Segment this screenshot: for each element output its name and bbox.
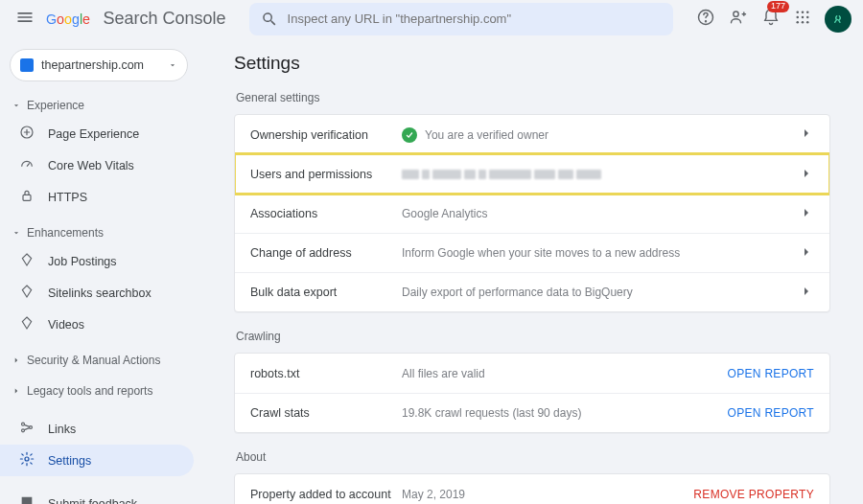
settings-row-robots[interactable]: robots.txtAll files are validOPEN REPORT	[235, 354, 829, 393]
help-icon[interactable]	[696, 8, 715, 30]
row-action-propadded[interactable]: REMOVE PROPERTY	[693, 488, 814, 501]
sidebar-item-page-experience[interactable]: Page Experience	[0, 118, 194, 149]
property-selector[interactable]: thepartnership.com	[10, 49, 188, 81]
search-icon	[261, 11, 278, 28]
hamburger-menu-icon[interactable]	[12, 4, 38, 34]
settings-row-coa[interactable]: Change of addressInform Google when your…	[235, 233, 829, 272]
sidebar: thepartnership.com ExperiencePage Experi…	[0, 37, 201, 504]
apps-grid-icon[interactable]	[794, 9, 811, 29]
url-inspect-search[interactable]	[249, 3, 673, 35]
main-content: Settings General settingsOwnership verif…	[201, 37, 863, 504]
svg-point-2	[706, 21, 707, 22]
url-inspect-input[interactable]	[288, 11, 662, 26]
sidebar-item-links[interactable]: Links	[0, 413, 194, 445]
svg-point-17	[30, 426, 33, 429]
sidebar-item-core-web-vitals[interactable]: Core Web Vitals	[0, 149, 194, 181]
sidebar-item-label: Submit feedback	[48, 497, 137, 504]
plus-circle-icon	[19, 125, 35, 143]
sidebar-item-job-postings[interactable]: Job Postings	[0, 245, 194, 277]
row-action-robots[interactable]: OPEN REPORT	[728, 367, 814, 380]
row-label: Property added to account	[250, 488, 402, 501]
sidebar-item-label: Core Web Vitals	[48, 159, 134, 172]
notifications-icon[interactable]: 177	[761, 8, 781, 30]
svg-point-9	[806, 16, 809, 19]
google-logo[interactable]: Google Search Console	[46, 9, 226, 29]
settings-row-crawlstats[interactable]: Crawl stats19.8K crawl requests (last 90…	[235, 393, 829, 432]
sidebar-item-label: Links	[48, 423, 76, 436]
row-description	[402, 170, 799, 179]
settings-card: robots.txtAll files are validOPEN REPORT…	[234, 353, 830, 433]
chevron-right-icon	[799, 284, 814, 302]
gauge-icon	[19, 156, 35, 174]
sidebar-item-label: Videos	[48, 318, 84, 332]
chat-icon	[19, 494, 35, 504]
sidebar-item-label: HTTPS	[48, 191, 87, 204]
svg-point-7	[796, 16, 799, 19]
section-label: Crawling	[236, 330, 830, 343]
chevron-right-icon	[799, 126, 814, 144]
sidebar-group-collapsed[interactable]: Legacy tools and reports	[0, 378, 194, 403]
settings-card: Ownership verificationYou are a verified…	[234, 114, 830, 312]
row-label: Crawl stats	[250, 406, 402, 420]
settings-row-propadded[interactable]: Property added to accountMay 2, 2019REMO…	[235, 474, 829, 504]
page-title: Settings	[234, 53, 830, 74]
row-label: Associations	[250, 207, 402, 220]
row-description: 19.8K crawl requests (last 90 days)	[402, 406, 728, 420]
gear-icon	[19, 451, 35, 470]
row-label: Bulk data export	[250, 286, 402, 299]
svg-point-18	[25, 457, 29, 461]
sidebar-group-collapsed[interactable]: Security & Manual Actions	[0, 348, 194, 373]
sidebar-item-sitelinks-searchbox[interactable]: Sitelinks searchbox	[0, 277, 194, 309]
sidebar-item-settings[interactable]: Settings	[0, 445, 194, 476]
settings-card: Property added to accountMay 2, 2019REMO…	[234, 473, 830, 504]
row-description: All files are valid	[402, 367, 728, 380]
sidebar-group-header[interactable]: Enhancements	[0, 220, 194, 245]
row-label: robots.txt	[250, 367, 402, 380]
app-header: Google Search Console 177	[0, 0, 863, 37]
property-name: thepartnership.com	[41, 58, 160, 72]
sidebar-item-label: Sitelinks searchbox	[48, 286, 152, 300]
svg-point-3	[734, 11, 738, 16]
section-label: General settings	[236, 91, 830, 104]
redacted-text	[402, 170, 601, 179]
settings-row-users[interactable]: Users and permissions	[235, 154, 829, 194]
svg-point-8	[802, 16, 805, 19]
sidebar-item-label: Job Postings	[48, 255, 117, 268]
sidebar-item-label: Settings	[48, 454, 91, 468]
svg-point-11	[802, 21, 805, 24]
sidebar-group-header[interactable]: Experience	[0, 93, 194, 118]
svg-text:Google: Google	[46, 11, 90, 26]
svg-point-5	[802, 11, 805, 14]
sidebar-item-label: Page Experience	[48, 127, 139, 141]
diamond-icon	[19, 284, 35, 302]
row-description: Inform Google when your site moves to a …	[402, 246, 799, 260]
settings-row-bulk[interactable]: Bulk data exportDaily export of performa…	[235, 272, 829, 311]
sidebar-item-videos[interactable]: Videos	[0, 309, 194, 340]
people-icon[interactable]	[729, 8, 748, 30]
svg-point-12	[806, 21, 809, 24]
graph-icon	[19, 420, 35, 438]
account-avatar[interactable]	[825, 6, 851, 33]
diamond-icon	[19, 252, 35, 270]
product-name: Search Console	[104, 9, 226, 29]
row-label: Ownership verification	[250, 128, 402, 142]
svg-point-15	[22, 424, 25, 426]
settings-row-ownership[interactable]: Ownership verificationYou are a verified…	[235, 115, 829, 154]
property-favicon-icon	[20, 58, 34, 72]
row-label: Change of address	[250, 246, 402, 260]
sidebar-item-submit-feedback[interactable]: Submit feedback	[0, 488, 194, 504]
row-description: Google Analytics	[402, 207, 799, 220]
settings-row-assoc[interactable]: AssociationsGoogle Analytics	[235, 194, 829, 233]
row-description: May 2, 2019	[402, 488, 693, 501]
section-label: About	[236, 450, 830, 464]
google-logo-icon: Google	[46, 11, 100, 28]
lock-icon	[19, 188, 35, 206]
chevron-right-icon	[799, 166, 814, 184]
row-action-crawlstats[interactable]: OPEN REPORT	[728, 406, 814, 420]
svg-point-10	[796, 21, 799, 24]
svg-point-6	[806, 11, 809, 14]
row-label: Users and permissions	[250, 168, 402, 181]
row-description: You are a verified owner	[402, 127, 799, 143]
sidebar-item-https[interactable]: HTTPS	[0, 181, 194, 213]
diamond-icon	[19, 315, 35, 333]
